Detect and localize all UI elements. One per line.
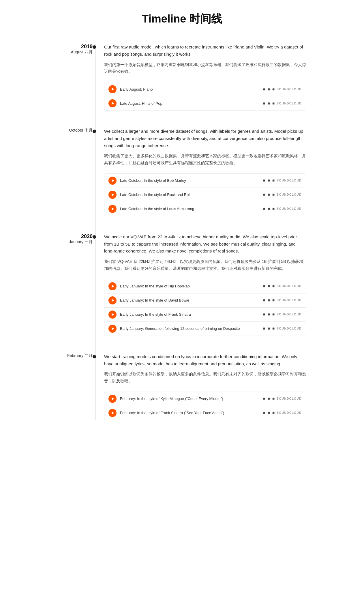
soundcloud-label: SOUNDCLOUD (277, 397, 302, 400)
timeline-section-2019-august: 2019August 八月Our first raw audio model, … (98, 44, 306, 111)
timeline: 2019August 八月Our first raw audio model, … (58, 44, 306, 420)
timeline-month: October 十月 (58, 128, 93, 133)
track-left: February: In the style of Frank Sinatra … (108, 409, 224, 417)
audio-tracks: Early August: Piano◾◾◾SOUNDCLOUDLate Aug… (104, 82, 306, 111)
timeline-label-2019-august: 2019August 八月 (58, 44, 93, 55)
play-button[interactable] (108, 282, 117, 290)
timeline-section-2020-february: February 二月We start training models cond… (98, 353, 306, 420)
play-button[interactable] (108, 191, 117, 199)
soundcloud-icon: ◾◾◾ (262, 87, 276, 91)
play-button[interactable] (108, 311, 117, 319)
play-button[interactable] (108, 325, 117, 333)
description-zh: 我们的第一个原始音频模型，它学习重新创建钢琴和小提琴等乐器。我们尝试了摇滚和流行… (104, 61, 306, 75)
soundcloud-brand: ◾◾◾SOUNDCLOUD (262, 178, 302, 183)
soundcloud-label: SOUNDCLOUD (277, 327, 302, 330)
soundcloud-brand: ◾◾◾SOUNDCLOUD (262, 101, 302, 106)
play-button[interactable] (108, 296, 117, 304)
page-container: Timeline 时间线 2019August 八月Our first raw … (52, 0, 312, 455)
track-left: Early January: In the style of David Bow… (108, 296, 189, 304)
timeline-section-2019-october: October 十月We collect a larger and more d… (98, 128, 306, 216)
soundcloud-brand: ◾◾◾SOUNDCLOUD (262, 411, 302, 415)
audio-track[interactable]: Late October: In the style of Bob Marley… (104, 173, 306, 188)
audio-track[interactable]: February: In the style of Kylie Minogue … (104, 392, 306, 406)
description-zh: 我们收集了更大、更多样化的歌曲数据集，并带有流派和艺术家的标签。模型更一致地选择… (104, 153, 306, 167)
soundcloud-icon: ◾◾◾ (262, 284, 276, 288)
soundcloud-brand: ◾◾◾SOUNDCLOUD (262, 207, 302, 211)
soundcloud-icon: ◾◾◾ (262, 298, 276, 302)
audio-track[interactable]: Early January: Generation following 12 s… (104, 321, 306, 336)
soundcloud-icon: ◾◾◾ (262, 326, 276, 331)
soundcloud-label: SOUNDCLOUD (277, 193, 302, 196)
audio-track[interactable]: Early January: In the style of Hip Hop/R… (104, 279, 306, 293)
track-title: Early January: In the style of Frank Sin… (120, 312, 191, 317)
audio-track[interactable]: Late October: In the style of Louis Arms… (104, 202, 306, 216)
soundcloud-label: SOUNDCLOUD (277, 88, 302, 91)
track-title: February: In the style of Frank Sinatra … (120, 411, 224, 415)
play-button[interactable] (108, 205, 117, 213)
track-title: Early January: Generation following 12 s… (120, 326, 240, 331)
play-button[interactable] (108, 99, 117, 107)
audio-track[interactable]: Early August: Piano◾◾◾SOUNDCLOUD (104, 82, 306, 96)
description-en: We start training models conditioned on … (104, 353, 306, 368)
audio-tracks: Late October: In the style of Bob Marley… (104, 173, 306, 216)
audio-track[interactable]: Early January: In the style of Frank Sin… (104, 307, 306, 321)
play-button[interactable] (108, 409, 117, 417)
track-title: Late August: Hints of Pop (120, 101, 162, 106)
track-left: February: In the style of Kylie Minogue … (108, 395, 223, 403)
track-title: Early January: In the style of David Bow… (120, 298, 189, 302)
soundcloud-brand: ◾◾◾SOUNDCLOUD (262, 312, 302, 317)
timeline-month: August 八月 (58, 50, 93, 55)
timeline-content: Our first raw audio model, which learns … (98, 44, 306, 111)
soundcloud-label: SOUNDCLOUD (277, 102, 302, 105)
timeline-content: We scale our VQ-VAE from 22 to 44kHz to … (98, 233, 306, 336)
timeline-dot (93, 235, 96, 239)
track-left: Early January: In the style of Frank Sin… (108, 311, 191, 319)
soundcloud-brand: ◾◾◾SOUNDCLOUD (262, 192, 302, 197)
description-en: We collect a larger and more diverse dat… (104, 128, 306, 149)
timeline-content: We start training models conditioned on … (98, 353, 306, 420)
timeline-month: January 一月 (58, 240, 93, 245)
track-left: Early January: In the style of Hip Hop/R… (108, 282, 190, 290)
track-title: Late October: In the style of Rock and R… (120, 192, 190, 197)
play-button[interactable] (108, 85, 117, 93)
track-left: Early January: Generation following 12 s… (108, 325, 240, 333)
soundcloud-icon: ◾◾◾ (262, 397, 276, 401)
play-button[interactable] (108, 177, 117, 185)
play-button[interactable] (108, 395, 117, 403)
description-zh: 我们开始训练以歌词为条件的模型，以纳入更多的条件信息。我们只有未对齐的歌词，所以… (104, 371, 306, 385)
soundcloud-label: SOUNDCLOUD (277, 411, 302, 414)
soundcloud-brand: ◾◾◾SOUNDCLOUD (262, 87, 302, 91)
track-left: Early August: Piano (108, 85, 153, 93)
timeline-month: February 二月 (58, 353, 93, 358)
timeline-content: We collect a larger and more diverse dat… (98, 128, 306, 216)
timeline-year: 2019 (58, 44, 93, 50)
description-en: We scale our VQ-VAE from 22 to 44kHz to … (104, 233, 306, 255)
track-title: Early January: In the style of Hip Hop/R… (120, 284, 190, 288)
soundcloud-label: SOUNDCLOUD (277, 285, 302, 288)
timeline-dot (93, 45, 96, 49)
track-title: Early August: Piano (120, 87, 153, 91)
timeline-label-2020-february: February 二月 (58, 353, 93, 358)
audio-track[interactable]: February: In the style of Frank Sinatra … (104, 406, 306, 420)
soundcloud-brand: ◾◾◾SOUNDCLOUD (262, 298, 302, 302)
soundcloud-icon: ◾◾◾ (262, 411, 276, 415)
track-title: Late October: In the style of Louis Arms… (120, 207, 194, 211)
timeline-section-2020-january: 2020January 一月We scale our VQ-VAE from 2… (98, 233, 306, 336)
audio-track[interactable]: Early January: In the style of David Bow… (104, 293, 306, 307)
timeline-dot (93, 355, 96, 358)
timeline-dot (93, 130, 96, 133)
audio-track[interactable]: Late August: Hints of Pop◾◾◾SOUNDCLOUD (104, 96, 306, 111)
track-left: Late August: Hints of Pop (108, 99, 162, 107)
description-en: Our first raw audio model, which learns … (104, 44, 306, 58)
soundcloud-brand: ◾◾◾SOUNDCLOUD (262, 397, 302, 401)
track-left: Late October: In the style of Rock and R… (108, 191, 190, 199)
timeline-label-2019-october: October 十月 (58, 128, 93, 133)
soundcloud-icon: ◾◾◾ (262, 207, 276, 211)
soundcloud-icon: ◾◾◾ (262, 192, 276, 197)
soundcloud-label: SOUNDCLOUD (277, 313, 302, 316)
track-title: Late October: In the style of Bob Marley (120, 178, 186, 183)
audio-track[interactable]: Late October: In the style of Rock and R… (104, 188, 306, 202)
track-left: Late October: In the style of Bob Marley (108, 177, 186, 185)
audio-tracks: Early January: In the style of Hip Hop/R… (104, 279, 306, 336)
track-title: February: In the style of Kylie Minogue … (120, 397, 223, 401)
